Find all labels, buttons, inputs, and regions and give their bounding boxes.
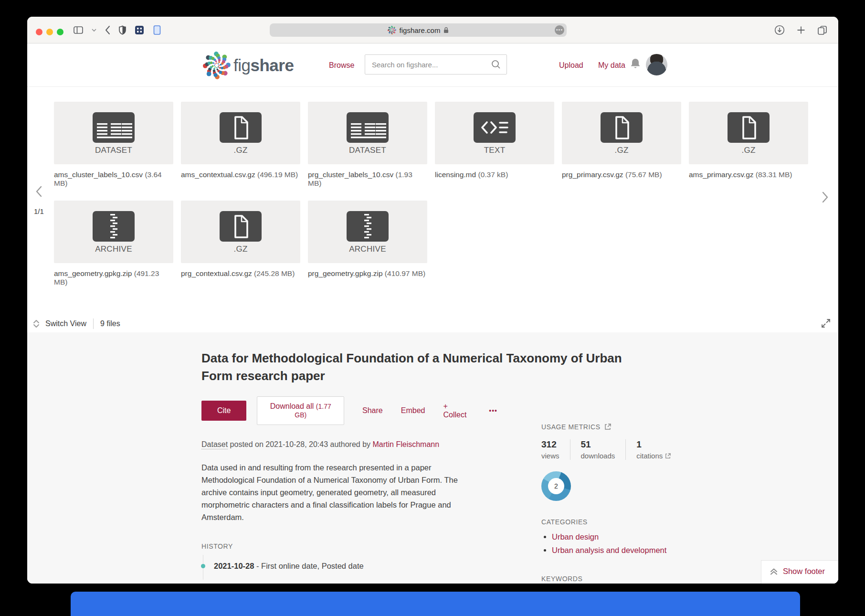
show-footer-button[interactable]: Show footer: [761, 560, 838, 584]
stat-block: 51 downloads: [570, 439, 626, 460]
close-window-button[interactable]: [36, 29, 42, 35]
reader-options-icon[interactable]: •••: [555, 25, 564, 35]
file-card[interactable]: ARCHIVE ams_geometry.gpkg.zip (491.23 MB…: [54, 201, 173, 287]
figshare-favicon: [388, 26, 396, 34]
file-tile[interactable]: DATASET: [308, 102, 427, 164]
file-size: (75.67 MB): [625, 170, 662, 179]
more-options-button[interactable]: •••: [489, 407, 497, 414]
file-card[interactable]: ARCHIVE prg_geometry.gpkg.zip (410.97 MB…: [308, 201, 427, 287]
file-card[interactable]: .GZ ams_contextual.csv.gz (496.19 MB): [181, 102, 300, 188]
privacy-shield-icon[interactable]: [118, 25, 127, 35]
category-item: Urban design: [552, 532, 699, 542]
share-button[interactable]: Share: [362, 406, 383, 415]
file-tile[interactable]: ARCHIVE: [308, 201, 427, 263]
file-tile[interactable]: .GZ: [181, 102, 300, 164]
previous-page-icon[interactable]: [35, 185, 42, 198]
tab-overview-icon[interactable]: [817, 25, 828, 35]
divider: [93, 319, 94, 329]
upload-link[interactable]: Upload: [559, 61, 583, 70]
file-tile[interactable]: .GZ: [689, 102, 808, 164]
stat-label: citations: [636, 452, 663, 460]
file-card[interactable]: DATASET prg_cluster_labels_10.csv (1.93 …: [308, 102, 427, 188]
categories-heading: CATEGORIES: [541, 518, 699, 526]
external-link-icon[interactable]: [665, 453, 671, 459]
figshare-logo-text: figshare: [233, 56, 294, 75]
file-card[interactable]: .GZ ams_primary.csv.gz (83.31 MB): [689, 102, 808, 188]
file-card[interactable]: .GZ prg_contextual.csv.gz (245.28 MB): [181, 201, 300, 287]
file-tile[interactable]: ARCHIVE: [54, 201, 173, 263]
address-bar[interactable]: figshare.com •••: [270, 23, 567, 37]
stat-value: 312: [541, 439, 559, 450]
switch-view-label: Switch View: [45, 319, 86, 328]
chevron-down-icon[interactable]: [92, 28, 96, 32]
dataset-table-icon: [343, 111, 392, 145]
file-name[interactable]: prg_primary.csv.gz (75.67 MB): [562, 170, 681, 179]
file-name[interactable]: ams_contextual.csv.gz (496.19 MB): [181, 170, 300, 179]
file-icon: [216, 210, 265, 244]
file-size: (496.19 MB): [257, 170, 298, 179]
new-tab-icon[interactable]: [797, 26, 805, 34]
downloads-icon[interactable]: [774, 25, 785, 35]
file-size: (245.28 MB): [254, 269, 295, 277]
my-data-link[interactable]: My data: [598, 61, 625, 70]
file-name[interactable]: ams_cluster_labels_10.csv (3.64 MB): [54, 170, 173, 188]
next-page-icon[interactable]: [822, 191, 829, 203]
file-tile[interactable]: DATASET: [54, 102, 173, 164]
browse-link[interactable]: Browse: [329, 61, 354, 70]
embed-button[interactable]: Embed: [401, 406, 425, 415]
file-name[interactable]: prg_contextual.csv.gz (245.28 MB): [181, 269, 300, 278]
file-name[interactable]: ams_primary.csv.gz (83.31 MB): [689, 170, 808, 179]
view-bar: Switch View 9 files: [27, 315, 838, 332]
file-card[interactable]: .GZ prg_primary.csv.gz (75.67 MB): [562, 102, 681, 188]
altmetric-badge[interactable]: 2: [541, 471, 571, 501]
file-size: (410.97 MB): [385, 269, 425, 277]
extension-icon[interactable]: [135, 25, 144, 35]
category-link[interactable]: Urban analysis and development: [552, 546, 666, 554]
minimize-window-button[interactable]: [46, 29, 53, 35]
browser-window: figshare.com •••: [27, 17, 838, 584]
figshare-logo[interactable]: figshare: [203, 52, 294, 79]
file-card[interactable]: DATASET ams_cluster_labels_10.csv (3.64 …: [54, 102, 173, 188]
notifications-bell-icon[interactable]: [630, 58, 641, 70]
zoom-window-button[interactable]: [57, 29, 63, 35]
file-type-label: DATASET: [349, 146, 386, 155]
file-name[interactable]: ams_geometry.gpkg.zip (491.23 MB): [54, 269, 173, 287]
item-type-badge[interactable]: Dataset: [201, 440, 228, 449]
reader-page-icon[interactable]: [152, 25, 162, 35]
page-indicator: 1/1: [34, 207, 44, 215]
history-heading: HISTORY: [201, 542, 497, 550]
author-link[interactable]: Martin Fleischmann: [373, 440, 440, 448]
search-icon[interactable]: [491, 60, 501, 69]
lock-icon: [443, 27, 449, 33]
category-link[interactable]: Urban design: [552, 532, 599, 541]
back-icon[interactable]: [105, 25, 110, 35]
file-type-label: ARCHIVE: [349, 244, 386, 254]
file-type-label: TEXT: [484, 146, 506, 155]
switch-view-button[interactable]: Switch View: [33, 319, 86, 328]
url-text: figshare.com: [400, 26, 441, 34]
file-name[interactable]: prg_geometry.gpkg.zip (410.97 MB): [308, 269, 427, 278]
stat-block: 312 views: [541, 439, 570, 460]
posted-line: Dataset posted on 2021-10-28, 20:43 auth…: [201, 440, 497, 449]
user-avatar[interactable]: [646, 54, 667, 75]
file-tile[interactable]: TEXT: [435, 102, 554, 164]
search-box: [365, 54, 507, 74]
cite-button[interactable]: Cite: [201, 401, 246, 421]
external-link-icon[interactable]: [604, 424, 611, 430]
collect-button[interactable]: + Collect: [443, 402, 471, 419]
file-tile[interactable]: .GZ: [562, 102, 681, 164]
figshare-logo-mark: [203, 52, 231, 79]
download-all-button[interactable]: Download all (1.77 GB): [257, 396, 344, 425]
sidebar-icon[interactable]: [73, 25, 84, 35]
file-card[interactable]: TEXT licensing.md (0.37 kB): [435, 102, 554, 188]
file-name[interactable]: licensing.md (0.37 kB): [435, 170, 554, 179]
search-input[interactable]: [365, 61, 491, 69]
file-name[interactable]: prg_cluster_labels_10.csv (1.93 MB): [308, 170, 427, 188]
file-size: (0.37 kB): [478, 170, 508, 179]
expand-icon[interactable]: [820, 318, 832, 329]
window-controls: [36, 29, 63, 35]
file-tile[interactable]: .GZ: [181, 201, 300, 263]
stat-value: 51: [581, 439, 615, 450]
dataset-table-icon: [89, 111, 138, 145]
item-description: Data used in and resulting from the rese…: [201, 461, 484, 523]
